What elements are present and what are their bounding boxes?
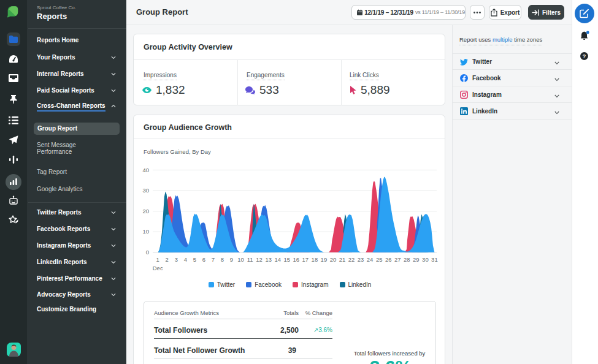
- svg-text:14: 14: [274, 256, 281, 263]
- svg-text:10: 10: [237, 256, 244, 263]
- svg-text:20: 20: [330, 256, 337, 263]
- svg-text:25: 25: [376, 256, 383, 263]
- svg-text:1: 1: [156, 256, 159, 263]
- svg-text:29: 29: [413, 256, 420, 263]
- svg-text:30: 30: [422, 256, 429, 263]
- svg-text:31: 31: [431, 256, 438, 263]
- svg-text:20: 20: [142, 208, 149, 214]
- svg-text:2: 2: [166, 256, 169, 263]
- svg-text:0: 0: [146, 249, 149, 256]
- svg-text:?: ?: [583, 53, 586, 59]
- svg-text:17: 17: [302, 256, 309, 263]
- svg-text:23: 23: [358, 256, 364, 263]
- svg-text:26: 26: [385, 256, 392, 263]
- svg-text:27: 27: [394, 256, 401, 263]
- svg-text:Dec: Dec: [153, 265, 163, 271]
- svg-text:13: 13: [265, 256, 272, 263]
- svg-text:15: 15: [284, 256, 291, 263]
- svg-text:11: 11: [247, 256, 253, 263]
- svg-text:12: 12: [256, 256, 263, 263]
- svg-text:5: 5: [193, 256, 196, 263]
- svg-text:30: 30: [142, 187, 149, 194]
- svg-text:21: 21: [339, 256, 346, 263]
- svg-text:18: 18: [312, 256, 318, 263]
- svg-text:8: 8: [221, 256, 224, 263]
- svg-text:19: 19: [321, 256, 328, 263]
- svg-text:24: 24: [367, 256, 374, 263]
- svg-text:22: 22: [348, 256, 355, 263]
- svg-text:40: 40: [142, 167, 149, 173]
- svg-text:28: 28: [404, 256, 410, 263]
- svg-text:9: 9: [230, 256, 233, 263]
- svg-text:10: 10: [142, 228, 149, 235]
- svg-text:7: 7: [212, 256, 215, 263]
- svg-text:3: 3: [175, 256, 178, 263]
- svg-text:4: 4: [184, 256, 187, 263]
- svg-text:16: 16: [293, 256, 300, 263]
- svg-text:6: 6: [202, 256, 205, 263]
